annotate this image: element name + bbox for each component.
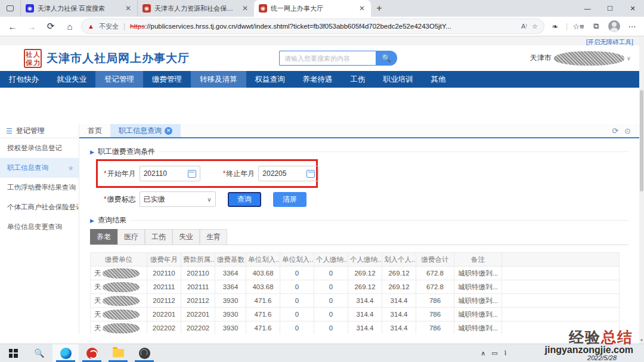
company-cell: 天 [91, 321, 147, 335]
seal-favicon: ◉ [143, 4, 151, 13]
browser-tab[interactable]: ◉统一网上办事大厅✕ [254, 0, 371, 17]
nav-item-其他[interactable]: 其他 [422, 71, 455, 88]
sidebar-item[interactable]: 工伤浮动费率结果查询 [0, 178, 79, 197]
tab-close-icon[interactable]: ✕ [165, 127, 172, 135]
workspace-tab[interactable]: 首页 [79, 124, 110, 137]
refresh-button[interactable]: ⟳ [43, 18, 58, 34]
table-row[interactable]: 天2022022022023930471.600314.4314.4786城职特… [91, 321, 620, 335]
tab-close-icon[interactable]: ✕ [124, 4, 132, 13]
wifi-icon[interactable]: ⌇ [504, 349, 507, 357]
forward-button[interactable]: → [24, 18, 39, 34]
accessibility-tools-link[interactable]: [开启无障碍工具] [586, 38, 633, 45]
taskbar-app4-button[interactable] [131, 344, 157, 362]
taskbar-search-button[interactable]: 🔍 [26, 344, 52, 362]
table-header-cell: 费款所属... [181, 253, 215, 267]
nav-item-权益查询[interactable]: 权益查询 [246, 71, 294, 88]
query-button[interactable]: 查询 [228, 192, 261, 207]
query-result-title: 查询结果 [98, 215, 126, 225]
user-name-redacted [554, 51, 624, 66]
web-page: [开启无障碍工具] 社人保力 天津市人社局网上办事大厅 🔍 天津市 ∨ 打包快办… [0, 36, 639, 344]
site-search-input[interactable] [279, 51, 376, 66]
table-cell: 城职特缴到... [454, 321, 502, 335]
sidebar-item[interactable]: 单位信息变更查询 [0, 217, 79, 237]
end-month-input[interactable]: 202205 [258, 166, 319, 181]
tray-chevron-up-icon[interactable]: ∧ [481, 349, 485, 357]
nav-item-就业失业[interactable]: 就业失业 [48, 71, 95, 88]
favorite-star-icon[interactable]: ★ [67, 164, 74, 172]
clear-button[interactable]: 清屏 [273, 192, 306, 207]
nav-item-职业培训[interactable]: 职业培训 [374, 71, 422, 88]
calendar-icon[interactable] [306, 170, 315, 178]
start-button[interactable] [0, 344, 26, 362]
back-button[interactable]: ← [5, 18, 20, 34]
sidebar-item[interactable]: 个体工商户社会保险登记信... [0, 197, 79, 217]
more-options-icon[interactable]: ⊙ [624, 126, 631, 135]
maximize-button[interactable]: ☐ [599, 0, 621, 17]
company-cell: 天 [91, 267, 147, 280]
table-row[interactable]: 天2021102021103364403.6800269.12269.12672… [91, 267, 620, 280]
tab-actions-menu-icon[interactable] [0, 0, 20, 17]
browser-essentials-icon[interactable]: ❧ [548, 19, 562, 33]
table-row[interactable]: 天2021112021113364403.6800269.12269.12672… [91, 280, 620, 294]
pay-flag-select[interactable]: 已实缴 ∨ [140, 191, 216, 207]
profile-avatar[interactable] [607, 19, 621, 33]
nav-item-缴费管理[interactable]: 缴费管理 [143, 71, 191, 88]
taskbar-app2-button[interactable] [79, 344, 105, 362]
browser-tab[interactable]: ◉天津人力社保 百度搜索✕ [20, 0, 137, 17]
result-tab-失业[interactable]: 失业 [172, 229, 200, 245]
toolbar-divider: | [566, 22, 568, 30]
address-bar[interactable]: ▲ 不安全 | https://publicservices.hrss.tj.g… [81, 18, 544, 34]
table-header-cell: 缴费合计 [416, 253, 454, 267]
close-button[interactable]: ✕ [621, 0, 644, 17]
browser-tab-strip: ◉天津人力社保 百度搜索✕◉天津市人力资源和社会保障局✕◉统一网上办事大厅✕ +… [0, 0, 644, 17]
table-row[interactable]: 天2021122021123930471.600314.4314.4786城职特… [91, 294, 620, 308]
nav-item-打包快办[interactable]: 打包快办 [0, 71, 48, 88]
battery-icon[interactable]: ▭ [491, 349, 497, 357]
required-asterisk: * [104, 195, 107, 203]
tab-close-icon[interactable]: ✕ [358, 4, 366, 13]
sidebar-item[interactable]: 授权登录信息登记 [0, 138, 79, 158]
calendar-icon[interactable] [188, 170, 196, 178]
accessibility-row: [开启无障碍工具] [0, 36, 639, 45]
company-name-redacted [103, 310, 140, 320]
result-tab-养老[interactable]: 养老 [90, 229, 117, 245]
table-cell: 202201 [147, 308, 181, 321]
result-tab-生育[interactable]: 生育 [200, 229, 227, 245]
required-asterisk: * [223, 169, 226, 178]
settings-more-icon[interactable]: ⋯ [625, 19, 639, 33]
new-tab-button[interactable]: + [371, 0, 388, 17]
nav-item-登记管理[interactable]: 登记管理 [95, 71, 143, 88]
site-search-button[interactable]: 🔍 [376, 51, 397, 66]
page-scrollbar[interactable]: ▼ [639, 36, 644, 344]
user-area[interactable]: 天津市 ∨ [530, 51, 631, 66]
menu-icon[interactable]: ☰ [6, 127, 13, 135]
result-tab-工伤[interactable]: 工伤 [145, 229, 172, 245]
workspace-tab[interactable]: 职工信息查询✕ [110, 124, 181, 137]
favorites-bar-icon[interactable]: ☆≡ [571, 19, 586, 33]
site-header: 社人保力 天津市人社局网上办事大厅 🔍 天津市 ∨ [0, 45, 639, 71]
sidebar-item[interactable]: 职工信息查询★ [0, 158, 79, 178]
nav-item-转移及清算[interactable]: 转移及清算 [191, 71, 246, 88]
add-favorite-icon[interactable]: ☆ [532, 23, 538, 30]
table-cell: 202202 [181, 321, 215, 335]
browser-toolbar: ← → ⟳ ⌂ ▲ 不安全 | https://publicservices.h… [0, 17, 644, 36]
taskbar-edge-button[interactable] [52, 344, 79, 362]
minimize-button[interactable]: — [576, 0, 599, 17]
collections-icon[interactable]: ⧉ [589, 19, 603, 33]
nav-item-养老待遇[interactable]: 养老待遇 [294, 71, 342, 88]
result-tab-医疗[interactable]: 医疗 [117, 229, 145, 245]
start-month-input[interactable]: 202110 [140, 166, 200, 181]
nav-item-工伤[interactable]: 工伤 [342, 71, 374, 88]
refresh-page-icon[interactable]: ⟳ [612, 126, 618, 135]
tab-close-icon[interactable]: ✕ [241, 4, 249, 13]
taskbar-explorer-button[interactable] [105, 344, 131, 362]
table-cell: 0 [280, 321, 314, 335]
browser-tab[interactable]: ◉天津市人力资源和社会保障局✕ [137, 0, 254, 17]
table-row[interactable]: 天2022012022013930471.600314.4314.4786城职特… [91, 308, 620, 321]
site-nav: 打包快办就业失业登记管理缴费管理转移及清算权益查询养老待遇工伤职业培训其他 [0, 71, 639, 88]
scroll-down-arrow-icon[interactable]: ▼ [639, 338, 644, 342]
home-button[interactable]: ⌂ [62, 18, 78, 34]
scrollbar-thumb[interactable] [640, 90, 643, 191]
read-aloud-icon[interactable]: A⁾ [521, 23, 527, 30]
watermark-domain: jingyanzongjie.com [545, 345, 633, 355]
